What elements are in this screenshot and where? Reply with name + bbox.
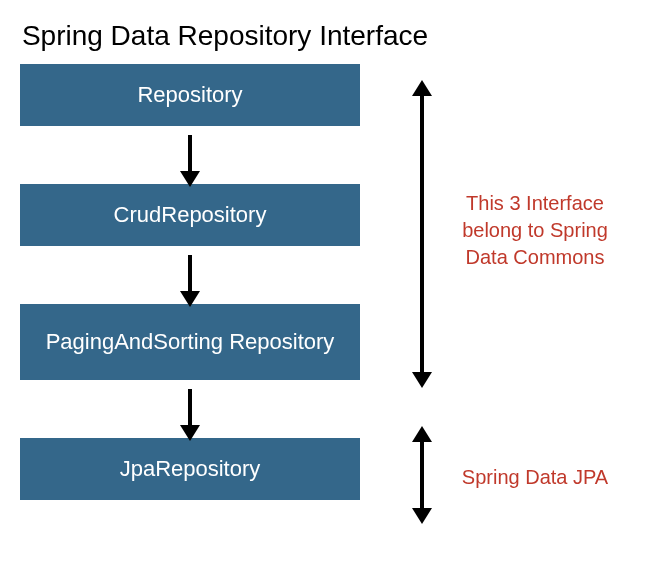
annotation-jpa: Spring Data JPA — [450, 464, 620, 491]
diagram-area: Repository CrudRepository PagingAndSorti… — [20, 64, 430, 500]
box-jpa-repository: JpaRepository — [20, 438, 360, 500]
box-repository: Repository — [20, 64, 360, 126]
annotation-commons: This 3 Interface belong to Spring Data C… — [450, 190, 620, 271]
arrow-down-icon — [188, 389, 192, 429]
bracket-jpa — [420, 440, 424, 510]
arrow-down-icon — [188, 135, 192, 175]
box-paging-sorting-repository: PagingAndSorting Repository — [20, 304, 360, 380]
arrow-crud-to-paging — [20, 246, 360, 304]
arrow-repository-to-crud — [20, 126, 360, 184]
arrow-paging-to-jpa — [20, 380, 360, 438]
bracket-commons — [420, 94, 424, 374]
box-crud-repository: CrudRepository — [20, 184, 360, 246]
diagram-title: Spring Data Repository Interface — [20, 0, 430, 64]
arrow-down-icon — [188, 255, 192, 295]
